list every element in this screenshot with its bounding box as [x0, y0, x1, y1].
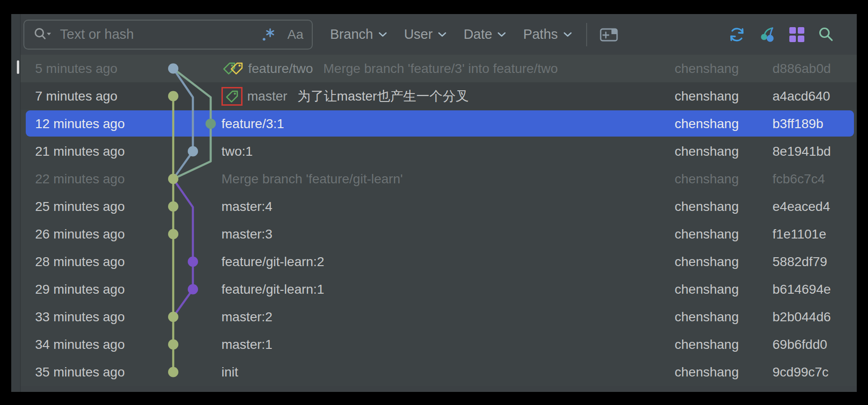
- chevron-down-icon: [563, 32, 572, 37]
- commit-date: 5 minutes ago: [21, 61, 145, 76]
- tag-icon: [224, 89, 240, 104]
- commit-hash: b2b044d6: [772, 310, 857, 325]
- grid-view-icon[interactable]: [788, 26, 805, 43]
- search-input[interactable]: [59, 26, 260, 43]
- commit-message-cell: feature/git-learn:2: [221, 254, 675, 269]
- toolbar-actions: [728, 25, 835, 44]
- tag-icon: [229, 61, 244, 76]
- commit-message-cell: two:1: [221, 144, 675, 159]
- commit-message: two:1: [221, 144, 253, 159]
- commit-hash: b3ff189b: [772, 116, 857, 131]
- table-row[interactable]: 5 minutes agofeature/twoMerge branch 'fe…: [21, 55, 857, 82]
- commit-date: 29 minutes ago: [21, 282, 145, 297]
- commit-author: chenshang: [675, 227, 772, 242]
- commit-author: chenshang: [675, 172, 772, 187]
- commit-message-cell: init: [221, 365, 675, 380]
- branch-tags[interactable]: [221, 61, 244, 76]
- commit-date: 35 minutes ago: [21, 365, 145, 380]
- red-annotation-box: [221, 87, 243, 106]
- table-row[interactable]: 33 minutes agomaster:2chenshangb2b044d6: [21, 303, 857, 331]
- left-panel-edge: [11, 14, 21, 392]
- commit-author: chenshang: [675, 310, 772, 325]
- commit-message-cell: feature/3:1: [221, 116, 675, 131]
- commit-author: chenshang: [675, 89, 772, 104]
- commit-date: 22 minutes ago: [21, 172, 145, 187]
- commit-date: 12 minutes ago: [21, 116, 145, 131]
- commit-author: chenshang: [675, 116, 772, 131]
- table-row[interactable]: 22 minutes agoMerge branch 'feature/git-…: [21, 165, 857, 193]
- branch-tags[interactable]: [221, 87, 243, 106]
- commit-hash: 69b6fdd0: [772, 337, 857, 352]
- branch-label[interactable]: feature/two: [248, 61, 313, 76]
- filter-label: Paths: [523, 27, 558, 42]
- commit-date: 7 minutes ago: [21, 89, 145, 104]
- commit-hash: 8e1941bd: [772, 144, 857, 159]
- commit-hash: f1e1101e: [772, 227, 857, 242]
- commit-date: 25 minutes ago: [21, 199, 145, 214]
- commit-message: master:1: [221, 337, 272, 352]
- commit-author: chenshang: [675, 199, 772, 214]
- filter-label: Date: [463, 27, 492, 42]
- table-row[interactable]: 12 minutes agofeature/3:1chenshangb3ff18…: [21, 110, 857, 137]
- filter-branch[interactable]: Branch: [330, 27, 387, 42]
- commit-hash: 5882df79: [772, 254, 857, 269]
- commit-message-cell: feature/twoMerge branch 'feature/3' into…: [221, 61, 675, 76]
- commit-author: chenshang: [675, 254, 772, 269]
- git-log-window: { "toolbar": { "search_placeholder": "Te…: [0, 0, 868, 405]
- commit-hash: a4acd640: [772, 89, 857, 104]
- commit-date: 34 minutes ago: [21, 337, 145, 352]
- commit-message-cell: master为了让master也产生一个分叉: [221, 87, 675, 106]
- filter-user[interactable]: User: [404, 27, 447, 42]
- commit-date: 21 minutes ago: [21, 144, 145, 159]
- commit-message: Merge branch 'feature/3' into feature/tw…: [324, 61, 558, 76]
- new-tab-icon[interactable]: [599, 27, 619, 43]
- commit-hash: e4eaced4: [772, 199, 857, 214]
- commit-message-cell: Merge branch 'feature/git-learn': [221, 172, 675, 187]
- refresh-icon[interactable]: [728, 25, 746, 44]
- table-row[interactable]: 28 minutes agofeature/git-learn:2chensha…: [21, 248, 857, 275]
- commit-message: feature/git-learn:1: [221, 282, 324, 297]
- table-row[interactable]: 25 minutes agomaster:4chenshange4eaced4: [21, 193, 857, 220]
- filter-date[interactable]: Date: [463, 27, 506, 42]
- regex-icon[interactable]: [260, 27, 276, 43]
- table-row[interactable]: 7 minutes agomaster为了让master也产生一个分叉chens…: [21, 82, 857, 110]
- chevron-down-icon: [497, 32, 506, 37]
- table-row[interactable]: 34 minutes agomaster:1chenshang69b6fdd0: [21, 331, 857, 358]
- filter-label: User: [404, 27, 433, 42]
- filter-paths[interactable]: Paths: [523, 27, 572, 42]
- commit-hash: b614694e: [772, 282, 857, 297]
- commit-message-cell: master:2: [221, 310, 675, 325]
- commit-hash: 9cd99c7c: [772, 365, 857, 380]
- commit-message: feature/3:1: [221, 116, 284, 131]
- match-case-toggle[interactable]: Aa: [287, 27, 303, 42]
- commit-message-cell: feature/git-learn:1: [221, 282, 675, 297]
- search-icon[interactable]: [33, 27, 52, 43]
- commit-author: chenshang: [675, 282, 772, 297]
- find-commit-icon[interactable]: [817, 26, 835, 43]
- toolbar-separator: [586, 23, 587, 46]
- git-log-panel: Aa BranchUserDatePaths: [21, 14, 857, 392]
- commit-message: master:3: [221, 227, 272, 242]
- commit-message: Merge branch 'feature/git-learn': [221, 172, 403, 187]
- table-row[interactable]: 29 minutes agofeature/git-learn:1chensha…: [21, 275, 857, 303]
- commit-message: 为了让master也产生一个分叉: [298, 87, 469, 105]
- commit-message: init: [221, 365, 238, 380]
- branch-label[interactable]: master: [247, 89, 287, 104]
- commit-message: feature/git-learn:2: [221, 254, 324, 269]
- commit-hash: d886ab0d: [772, 61, 857, 76]
- chevron-down-icon: [438, 32, 447, 37]
- table-row[interactable]: 21 minutes agotwo:1chenshang8e1941bd: [21, 137, 857, 165]
- table-row[interactable]: 26 minutes agomaster:3chenshangf1e1101e: [21, 220, 857, 248]
- commit-author: chenshang: [675, 61, 772, 76]
- commit-message-cell: master:1: [221, 337, 675, 352]
- chevron-down-icon: [378, 32, 387, 37]
- cherry-pick-icon[interactable]: [758, 26, 776, 43]
- table-row[interactable]: 35 minutes agoinitchenshang9cd99c7c: [21, 358, 857, 386]
- commit-author: chenshang: [675, 337, 772, 352]
- commit-message: master:2: [221, 310, 272, 325]
- search-box[interactable]: Aa: [23, 20, 313, 50]
- filter-label: Branch: [330, 27, 373, 42]
- commit-hash: fcb6c7c4: [772, 172, 857, 187]
- commit-date: 28 minutes ago: [21, 254, 145, 269]
- focus-tick: [17, 60, 19, 74]
